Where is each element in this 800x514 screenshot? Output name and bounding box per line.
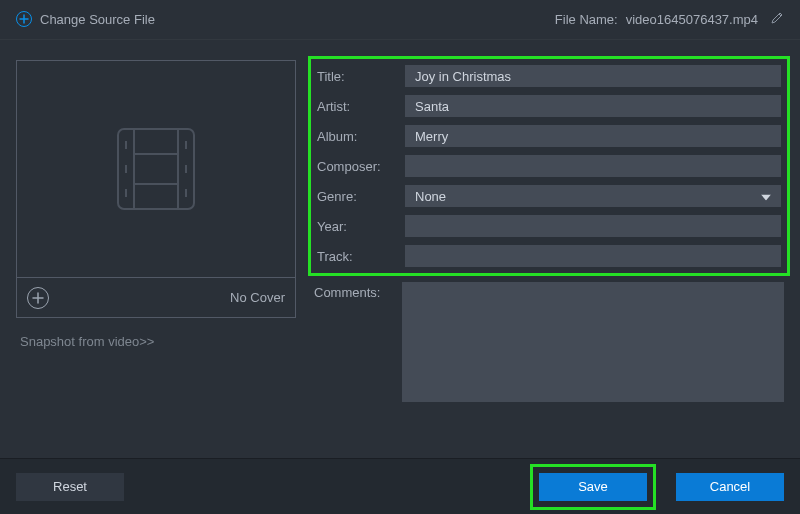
genre-select-wrap[interactable] (405, 185, 781, 207)
filename-value: video1645076437.mp4 (626, 12, 758, 27)
composer-label: Composer: (317, 159, 395, 174)
composer-input[interactable] (405, 155, 781, 177)
filename-label: File Name: (555, 12, 618, 27)
bottombar: Reset Save Cancel (0, 458, 800, 514)
metadata-form: Title: Artist: Album: Composer: Genre: (314, 60, 784, 402)
row-composer: Composer: (317, 155, 781, 177)
row-comments: Comments: (314, 282, 784, 402)
change-source-file[interactable]: Change Source File (16, 12, 155, 27)
track-label: Track: (317, 249, 395, 264)
cover-actions: No Cover (16, 278, 296, 318)
save-button[interactable]: Save (539, 473, 647, 501)
artist-input[interactable] (405, 95, 781, 117)
filename-display: File Name: video1645076437.mp4 (555, 11, 784, 28)
row-genre: Genre: (317, 185, 781, 207)
topbar: Change Source File File Name: video16450… (0, 0, 800, 40)
title-input[interactable] (405, 65, 781, 87)
year-input[interactable] (405, 215, 781, 237)
genre-label: Genre: (317, 189, 395, 204)
row-artist: Artist: (317, 95, 781, 117)
edit-filename-icon[interactable] (770, 11, 784, 28)
comments-input[interactable] (402, 282, 784, 402)
cover-column: No Cover Snapshot from video>> (16, 60, 296, 402)
svg-rect-0 (118, 129, 194, 209)
year-label: Year: (317, 219, 395, 234)
artist-label: Artist: (317, 99, 395, 114)
row-track: Track: (317, 245, 781, 267)
album-label: Album: (317, 129, 395, 144)
snapshot-from-video-link[interactable]: Snapshot from video>> (16, 334, 296, 349)
fields-highlight: Title: Artist: Album: Composer: Genre: (308, 56, 790, 276)
album-input[interactable] (405, 125, 781, 147)
genre-select[interactable] (405, 185, 781, 207)
plus-circle-icon (16, 11, 32, 27)
row-year: Year: (317, 215, 781, 237)
change-source-label: Change Source File (40, 12, 155, 27)
save-highlight: Save (530, 464, 656, 510)
reset-button[interactable]: Reset (16, 473, 124, 501)
row-album: Album: (317, 125, 781, 147)
film-placeholder-icon (96, 109, 216, 229)
track-input[interactable] (405, 245, 781, 267)
add-cover-button[interactable] (27, 287, 49, 309)
cancel-button[interactable]: Cancel (676, 473, 784, 501)
comments-label: Comments: (314, 282, 392, 300)
main-content: No Cover Snapshot from video>> Title: Ar… (0, 40, 800, 402)
title-label: Title: (317, 69, 395, 84)
right-buttons: Save Cancel (530, 464, 784, 510)
row-title: Title: (317, 65, 781, 87)
cover-preview (16, 60, 296, 278)
no-cover-label: No Cover (230, 290, 285, 305)
